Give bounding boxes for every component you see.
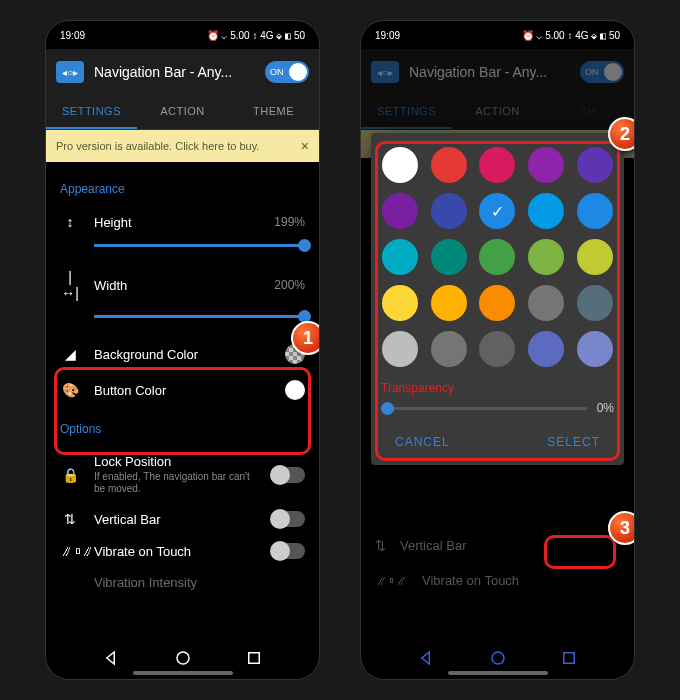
- row-vertical[interactable]: ⇅ Vertical Bar: [60, 503, 305, 535]
- step-badge-3: 3: [608, 511, 635, 545]
- width-icon: |↔|: [60, 269, 80, 301]
- tab-theme[interactable]: THEME: [228, 95, 319, 129]
- pro-banner[interactable]: Pro version is available. Click here to …: [46, 130, 319, 162]
- lock-icon: 🔒: [60, 467, 80, 483]
- app-icon: ◂○▸: [56, 61, 84, 83]
- tab-settings[interactable]: SETTINGS: [46, 95, 137, 129]
- phone-screenshot-2: 19:09 ⏰ ⌵ 5.00 ↕ 4G ⬙ ◧ 50 ◂○▸ Navigatio…: [360, 20, 635, 680]
- height-icon: ↕: [60, 214, 80, 230]
- tabs: SETTINGS ACTION TH: [361, 95, 634, 130]
- highlight-colors: [54, 367, 311, 455]
- status-time: 19:09: [60, 30, 85, 41]
- master-toggle[interactable]: ON: [580, 61, 624, 83]
- svg-rect-3: [563, 653, 574, 664]
- nav-home-icon[interactable]: [174, 649, 192, 667]
- banner-text: Pro version is available. Click here to …: [56, 140, 259, 152]
- nav-home-icon[interactable]: [489, 649, 507, 667]
- bgcolor-icon: ◢: [60, 346, 80, 362]
- tab-action[interactable]: ACTION: [137, 95, 228, 129]
- nav-recent-icon[interactable]: [560, 649, 578, 667]
- row-height[interactable]: ↕ Height 199%: [60, 206, 305, 238]
- master-toggle[interactable]: ON: [265, 61, 309, 83]
- vibrate-switch[interactable]: [271, 543, 305, 559]
- statusbar: 19:09 ⏰ ⌵ 5.00 ↕ 4G ⬙ ◧ 50: [46, 21, 319, 49]
- height-slider[interactable]: [94, 244, 305, 247]
- vertical-switch[interactable]: [271, 511, 305, 527]
- svg-point-0: [177, 652, 189, 664]
- navbar: [46, 649, 319, 667]
- svg-rect-1: [248, 653, 259, 664]
- nav-back-icon[interactable]: [103, 649, 121, 667]
- app-icon: ◂○▸: [371, 61, 399, 83]
- tab-settings[interactable]: SETTINGS: [361, 95, 452, 129]
- gesture-pill: [133, 671, 233, 675]
- statusbar: 19:09 ⏰ ⌵ 5.00 ↕ 4G ⬙ ◧ 50: [361, 21, 634, 49]
- highlight-grid: [375, 141, 620, 461]
- vibrate-icon: ⫽▯⫽: [60, 543, 80, 559]
- status-right: ⏰ ⌵ 5.00 ↕ 4G ⬙ ◧ 50: [522, 30, 620, 41]
- row-width[interactable]: |↔| Width 200%: [60, 261, 305, 309]
- lock-switch[interactable]: [271, 467, 305, 483]
- banner-close-icon[interactable]: ×: [301, 138, 309, 154]
- appbar: ◂○▸ Navigation Bar - Any... ON: [46, 49, 319, 95]
- svg-point-2: [492, 652, 504, 664]
- vertical-icon: ⇅: [60, 511, 80, 527]
- nav-back-icon[interactable]: [418, 649, 436, 667]
- app-title: Navigation Bar - Any...: [409, 64, 570, 80]
- step-badge-2: 2: [608, 117, 635, 151]
- section-appearance: Appearance: [60, 182, 305, 196]
- gesture-pill: [448, 671, 548, 675]
- width-slider[interactable]: [94, 315, 305, 318]
- status-time: 19:09: [375, 30, 400, 41]
- navbar: [361, 649, 634, 667]
- tabs: SETTINGS ACTION THEME: [46, 95, 319, 130]
- highlight-select: [544, 535, 616, 569]
- phone-screenshot-1: 19:09 ⏰ ⌵ 5.00 ↕ 4G ⬙ ◧ 50 ◂○▸ Navigatio…: [45, 20, 320, 680]
- step-badge-1: 1: [291, 321, 320, 355]
- tab-action[interactable]: ACTION: [452, 95, 543, 129]
- status-right: ⏰ ⌵ 5.00 ↕ 4G ⬙ ◧ 50: [207, 30, 305, 41]
- nav-recent-icon[interactable]: [245, 649, 263, 667]
- row-vibint: Vibration Intensity: [60, 567, 305, 598]
- row-vibrate[interactable]: ⫽▯⫽ Vibrate on Touch: [60, 535, 305, 567]
- appbar: ◂○▸ Navigation Bar - Any... ON: [361, 49, 634, 95]
- app-title: Navigation Bar - Any...: [94, 64, 255, 80]
